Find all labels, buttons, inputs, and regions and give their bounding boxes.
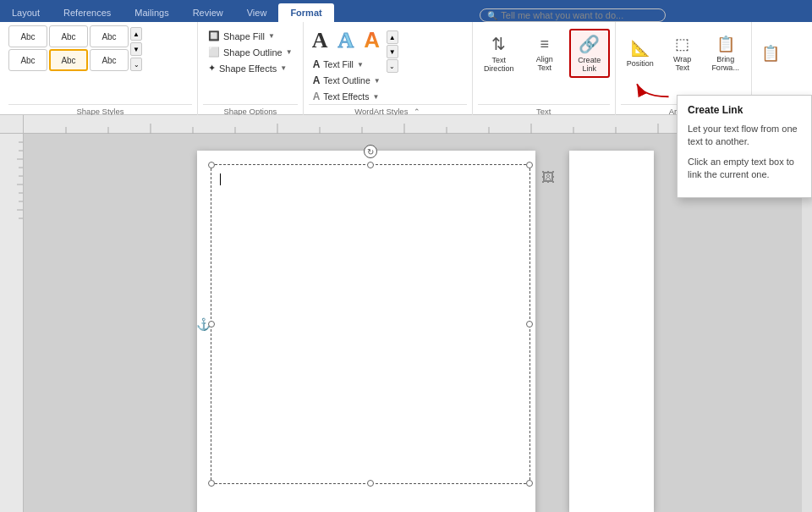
- position-icon: 📐: [631, 39, 650, 58]
- tab-references[interactable]: References: [52, 3, 123, 22]
- text-fill-icon: A: [313, 58, 321, 70]
- text-direction-btn[interactable]: ⇅ TextDirection: [478, 29, 520, 78]
- create-link-label: CreateLink: [578, 56, 601, 73]
- wordart-A-plain[interactable]: A: [309, 28, 332, 53]
- shape-effects-label: Shape Effects: [219, 63, 277, 74]
- search-bar[interactable]: 🔍 Tell me what you want to do...: [480, 8, 666, 22]
- more-btn[interactable]: 📋: [757, 29, 784, 78]
- tab-review[interactable]: Review: [181, 3, 235, 22]
- text-direction-label: TextDirection: [484, 56, 514, 73]
- shape-styles-group: Abc Abc Abc Abc Abc Abc ▲ ▼ ⌄ Shape S: [3, 22, 198, 118]
- text-fill-btn[interactable]: A Text Fill ▼: [309, 57, 385, 72]
- tab-layout[interactable]: Layout: [0, 3, 52, 22]
- wordart-scroll-down[interactable]: ▼: [387, 45, 398, 58]
- shape-style-btn-3[interactable]: Abc: [90, 25, 129, 47]
- shape-outline-btn[interactable]: ⬜ Shape Outline ▼: [203, 45, 298, 59]
- tab-view[interactable]: View: [235, 3, 279, 22]
- textbox-selected[interactable]: ↻ ⚓ 🖼: [211, 164, 530, 484]
- tab-mailings[interactable]: Mailings: [123, 3, 180, 22]
- left-ruler-area: [0, 115, 24, 512]
- text-fill-arrow: ▼: [357, 61, 364, 69]
- create-link-btn[interactable]: 🔗 CreateLink: [569, 29, 610, 78]
- shape-style-btn-5[interactable]: Abc: [49, 49, 88, 71]
- tab-bar: Layout References Mailings Review View F…: [0, 0, 812, 22]
- ruler-corner: [0, 115, 24, 134]
- tooltip-line1: Let your text flow from one text to anot…: [688, 123, 801, 149]
- right-page: [569, 151, 654, 512]
- shape-fill-icon: 🔲: [208, 30, 220, 41]
- align-text-label: AlignText: [536, 55, 553, 72]
- text-outline-arrow: ▼: [374, 77, 381, 85]
- shape-style-btn-2[interactable]: Abc: [49, 25, 88, 47]
- text-fill-label: Text Fill: [323, 59, 354, 69]
- wordart-expand[interactable]: ⌄: [387, 59, 398, 73]
- left-page: ↻ ⚓ 🖼: [197, 151, 535, 512]
- text-effects-label: Text Effects: [323, 91, 369, 102]
- shape-style-btn-6[interactable]: Abc: [90, 49, 129, 71]
- bring-forward-btn[interactable]: 📋 BringForwa...: [705, 29, 746, 78]
- shape-style-btn-1[interactable]: Abc: [8, 25, 47, 47]
- text-effects-icon: A: [313, 91, 321, 102]
- chain-link-icon: 🔗: [579, 34, 600, 54]
- text-effects-arrow: ▼: [372, 93, 379, 101]
- shape-outline-label: Shape Outline: [223, 47, 283, 58]
- shape-options-group: 🔲 Shape Fill ▼ ⬜ Shape Outline ▼ ✦ Shape…: [198, 22, 304, 118]
- search-placeholder: Tell me what you want to do...: [501, 10, 623, 20]
- align-text-icon: ≡: [540, 36, 549, 53]
- shape-style-scroll-up[interactable]: ▲: [130, 27, 142, 41]
- text-effects-btn[interactable]: A Text Effects ▼: [309, 89, 385, 104]
- textbox-content[interactable]: [211, 165, 529, 483]
- wrap-text-label: WrapText: [673, 55, 691, 72]
- shape-style-btn-4[interactable]: Abc: [8, 49, 47, 71]
- bring-forward-icon: 📋: [716, 35, 735, 53]
- shape-fill-label: Shape Fill: [223, 31, 265, 41]
- tooltip-title: Create Link: [688, 104, 801, 116]
- shape-style-expand[interactable]: ⌄: [130, 58, 142, 71]
- layout-options-icon[interactable]: 🖼: [541, 170, 555, 185]
- text-group: ⇅ TextDirection ≡ AlignText 🔗 CreateLink: [473, 22, 616, 118]
- text-direction-icon: ⇅: [491, 34, 506, 54]
- shape-style-scroll-down[interactable]: ▼: [130, 42, 142, 56]
- wordart-styles-group: A A A A Text Fill ▼ A Text Outline: [304, 22, 473, 118]
- shape-fill-dropdown-arrow: ▼: [268, 32, 275, 40]
- text-outline-label: Text Outline: [323, 75, 370, 85]
- wordart-A-outline[interactable]: A: [334, 28, 357, 53]
- tab-format[interactable]: Format: [278, 3, 333, 22]
- wrap-text-btn[interactable]: ⬚ WrapText: [663, 29, 702, 78]
- shape-fill-btn[interactable]: 🔲 Shape Fill ▼: [203, 29, 280, 43]
- shape-outline-dropdown-arrow: ▼: [286, 48, 293, 56]
- text-outline-icon: A: [313, 74, 321, 86]
- position-label: Position: [627, 59, 654, 68]
- search-icon: 🔍: [487, 11, 497, 20]
- text-outline-btn[interactable]: A Text Outline ▼: [309, 73, 385, 88]
- rotate-handle[interactable]: ↻: [364, 145, 377, 158]
- wordart-A-gradient[interactable]: A: [360, 27, 383, 53]
- create-link-tooltip: Create Link Let your text flow from one …: [677, 95, 812, 198]
- shape-effects-icon: ✦: [208, 63, 216, 74]
- red-arrow-indicator: [624, 74, 675, 100]
- shape-styles-row1: Abc Abc Abc: [8, 25, 129, 47]
- more-icon: 📋: [761, 44, 780, 63]
- shape-styles-row2: Abc Abc Abc: [8, 49, 129, 71]
- shape-outline-icon: ⬜: [208, 47, 220, 58]
- wrap-text-icon: ⬚: [675, 35, 689, 53]
- align-text-btn[interactable]: ≡ AlignText: [525, 29, 564, 78]
- vertical-ruler: [0, 134, 24, 512]
- shape-effects-dropdown-arrow: ▼: [280, 64, 287, 72]
- position-btn[interactable]: 📐 Position: [621, 29, 660, 78]
- wordart-scroll-up[interactable]: ▲: [387, 30, 398, 44]
- tooltip-line2: Click an empty text box to link the curr…: [688, 156, 801, 182]
- shape-style-arrows: ▲ ▼ ⌄: [130, 25, 142, 73]
- bring-forward-label: BringForwa...: [711, 55, 739, 72]
- shape-effects-btn[interactable]: ✦ Shape Effects ▼: [203, 61, 292, 75]
